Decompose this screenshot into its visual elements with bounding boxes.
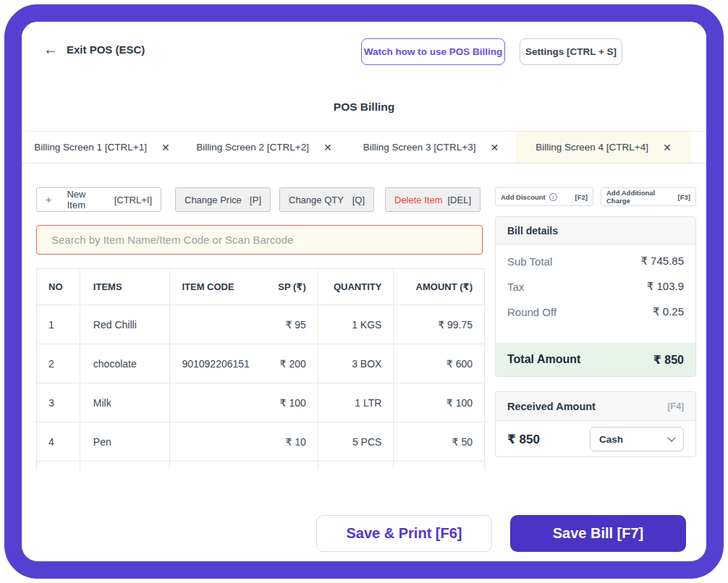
close-icon[interactable]: ✕ (161, 142, 170, 153)
col-header-items: ITEMS (80, 269, 171, 305)
roundoff-value: ₹ 0.25 (653, 305, 684, 318)
pos-billing-page: ← Exit POS (ESC) Watch how to use POS Bi… (0, 0, 728, 583)
new-item-shortcut: [CTRL+I] (114, 195, 152, 205)
cell-amount: ₹ 50 (394, 422, 484, 461)
table-header-row: NO ITEMS ITEM CODE SP (₹) QUANTITY AMOUN… (37, 269, 484, 305)
received-amount-header: Received Amount [F4] (496, 392, 695, 421)
cell-item-name: Pen (80, 422, 171, 461)
cell-no: 2 (37, 344, 80, 383)
info-icon: i (549, 193, 557, 201)
tax-value: ₹ 103.9 (647, 280, 684, 293)
total-amount-row: Total Amount ₹ 850 (496, 343, 695, 376)
received-amount-value[interactable]: ₹ 850 (507, 432, 540, 447)
cell-amount: ₹ 99.75 (394, 305, 484, 344)
cell-item-name: chocolate (80, 344, 171, 383)
chevron-down-icon (667, 433, 675, 441)
change-price-button[interactable]: Change Price [P] (175, 187, 271, 212)
bill-details-title: Bill details (507, 225, 558, 237)
subtotal-value: ₹ 745.85 (640, 255, 684, 268)
item-search-input[interactable] (36, 225, 483, 255)
change-price-shortcut: [P] (250, 195, 261, 205)
tab-label: Billing Screen 2 [CTRL+2] (196, 142, 309, 153)
change-qty-label: Change QTY (289, 195, 344, 205)
add-additional-charge-button[interactable]: Add Additional Charge [F3] (601, 187, 696, 206)
exit-pos-button[interactable]: ← Exit POS (ESC) (43, 42, 145, 56)
table-row[interactable]: 4 Pen ₹ 10 5 PCS ₹ 50 (37, 422, 484, 461)
cell-no: 4 (37, 422, 80, 461)
tab-billing-screen-4[interactable]: Billing Screen 4 [CTRL+4] ✕ (516, 132, 691, 163)
cell-item-name: Red Chilli (80, 305, 171, 344)
delete-item-label: Delete Item (394, 195, 442, 205)
bill-details-header: Bill details (496, 217, 695, 244)
tab-billing-screen-2[interactable]: Billing Screen 2 [CTRL+2] ✕ (182, 132, 346, 163)
col-header-no: NO (37, 269, 80, 305)
payment-mode-value: Cash (599, 434, 623, 445)
tab-billing-screen-1[interactable]: Billing Screen 1 [CTRL+1] ✕ (22, 132, 182, 163)
cell-code-sp: ₹ 100 (170, 383, 318, 422)
tab-label: Billing Screen 4 [CTRL+4] (536, 142, 648, 153)
add-additional-charge-shortcut: [F3] (678, 193, 690, 201)
cell-sp: ₹ 100 (280, 397, 306, 409)
add-additional-charge-label: Add Additional Charge (606, 189, 678, 205)
change-qty-shortcut: [Q] (352, 195, 365, 205)
exit-pos-label: Exit POS (ESC) (67, 43, 145, 56)
save-and-print-button[interactable]: Save & Print [F6] (316, 515, 492, 552)
watch-how-to-use-button[interactable]: Watch how to use POS Billing (361, 38, 505, 65)
cell-sp: ₹ 95 (285, 319, 305, 331)
close-icon[interactable]: ✕ (490, 142, 499, 153)
col-header-amount: AMOUNT (₹) (394, 269, 484, 305)
bill-details-panel: Bill details Sub Total ₹ 745.85 Tax ₹ 10… (495, 216, 696, 377)
table-row[interactable]: 1 Red Chilli ₹ 95 1 KGS ₹ 99.75 (37, 305, 484, 344)
cell-quantity: 1 LTR (318, 383, 394, 422)
cell-sp: ₹ 200 (280, 358, 306, 370)
cell-no: 1 (37, 305, 80, 344)
page-title: POS Billing (22, 101, 706, 114)
received-amount-panel: Received Amount [F4] ₹ 850 Cash (495, 391, 696, 457)
delete-item-button[interactable]: Delete Item [DEL] (385, 187, 481, 212)
close-icon[interactable]: ✕ (323, 142, 332, 153)
bill-row-roundoff: Round Off ₹ 0.25 (507, 305, 684, 318)
cell-code-sp: ₹ 95 (170, 305, 318, 344)
cell-quantity: 5 PCS (318, 422, 394, 461)
cell-code-sp: 901092206151 ₹ 200 (170, 344, 318, 383)
charges-row: Add Discount i [F2] Add Additional Charg… (495, 187, 696, 206)
roundoff-label: Round Off (507, 306, 556, 318)
settings-button[interactable]: Settings [CTRL + S] (520, 38, 622, 65)
col-header-item-code: ITEM CODE (182, 281, 234, 292)
bill-details-rows: Sub Total ₹ 745.85 Tax ₹ 103.9 Round Off… (496, 244, 695, 318)
change-price-label: Change Price (185, 195, 242, 205)
col-header-code-sp: ITEM CODE SP (₹) (170, 269, 318, 305)
col-header-quantity: QUANTITY (318, 269, 394, 305)
received-amount-title: Received Amount (507, 401, 596, 412)
cell-quantity: 1 KGS (318, 305, 394, 344)
payment-mode-select[interactable]: Cash (590, 427, 684, 451)
col-header-sp: SP (₹) (278, 281, 305, 292)
items-table: NO ITEMS ITEM CODE SP (₹) QUANTITY AMOUN… (36, 268, 485, 470)
delete-item-shortcut: [DEL] (447, 195, 471, 205)
back-arrow-icon[interactable]: ← (43, 42, 58, 56)
cell-amount: ₹ 600 (394, 344, 484, 383)
received-amount-shortcut: [F4] (668, 401, 684, 412)
close-icon[interactable]: ✕ (663, 142, 672, 153)
add-discount-label: Add Discount (501, 193, 546, 201)
bill-row-tax: Tax ₹ 103.9 (507, 280, 684, 293)
tab-billing-screen-3[interactable]: Billing Screen 3 [CTRL+3] ✕ (346, 132, 516, 163)
add-discount-button[interactable]: Add Discount i [F2] (495, 187, 593, 206)
plus-icon: + (46, 194, 51, 205)
cell-no: 3 (37, 383, 80, 422)
billing-screen-tabs: Billing Screen 1 [CTRL+1] ✕ Billing Scre… (22, 131, 706, 163)
cell-sp: ₹ 10 (285, 436, 305, 448)
table-row[interactable]: 2 chocolate 901092206151 ₹ 200 3 BOX ₹ 6… (37, 344, 484, 383)
table-row[interactable]: 3 Milk ₹ 100 1 LTR ₹ 100 (37, 383, 484, 422)
change-qty-button[interactable]: Change QTY [Q] (279, 187, 374, 212)
add-discount-shortcut: [F2] (575, 193, 588, 201)
tab-label: Billing Screen 1 [CTRL+1] (34, 142, 147, 153)
new-item-button[interactable]: + New Item [CTRL+I] (36, 187, 161, 212)
total-amount-label: Total Amount (507, 353, 580, 366)
subtotal-label: Sub Total (507, 255, 552, 268)
cell-amount: ₹ 100 (394, 383, 484, 422)
cell-item-code: 901092206151 (182, 358, 249, 370)
save-bill-button[interactable]: Save Bill [F7] (510, 515, 686, 552)
tax-label: Tax (507, 281, 524, 293)
received-amount-body: ₹ 850 Cash (496, 421, 695, 457)
